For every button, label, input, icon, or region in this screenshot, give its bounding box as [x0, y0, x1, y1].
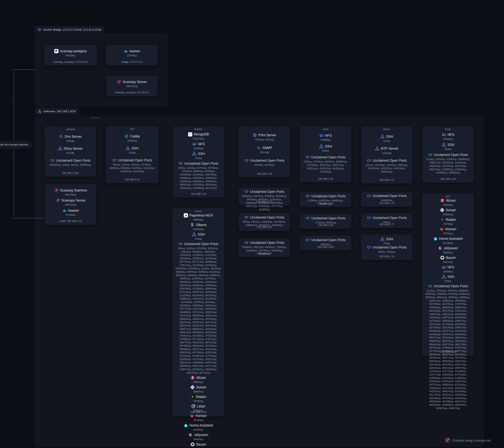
host-card-host-10[interactable]: SSH 22/tcp Unclaimed Open Ports 80/tcp, …: [361, 235, 412, 260]
host-card-patrick[interactable]: patrick Paperless-NGX 8000/tcp Ollama 11…: [173, 208, 224, 416]
service-nfs[interactable]: NFS 2049/tcp: [302, 133, 349, 142]
service-ssh[interactable]: SSH 22/tcp: [424, 275, 472, 283]
service-scanopy-postgres[interactable]: scanopy-postgres 5432/tcp: [46, 49, 95, 57]
host-card-bernie[interactable]: bernie SSH 22/tcp NTP Server 123/udp Unc…: [361, 127, 412, 183]
host-card-host-115[interactable]: Unclaimed Open Ports 6466/tcp, 6467/tcp,…: [239, 188, 290, 205]
service-ntp-server[interactable]: NTP Server 123/udp: [363, 147, 411, 155]
host-ip: 192.168.1.18: [173, 411, 224, 414]
service-paperless-ngx[interactable]: Paperless-NGX 8000/tcp: [174, 213, 222, 222]
service-ssh[interactable]: SSH 22/tcp: [363, 237, 411, 245]
service-dhcp-server[interactable]: Dhcp Server 67/udp: [46, 147, 94, 155]
host-card-host-127[interactable]: Unclaimed Open Ports 1716/tcp, 51692/tcp…: [300, 193, 351, 207]
host-ip: 192.168.1.70: [361, 202, 412, 205]
service-nfs[interactable]: NFS 2049/tcp: [424, 132, 472, 141]
host-ip: 192.168.1.10: [361, 255, 412, 258]
service-nfs[interactable]: NFS 2049/tcp: [175, 142, 222, 150]
host-card-scanopy-server-bridge[interactable]: S Scanopy Server 60072/tcp scanopy_scano…: [107, 76, 157, 96]
service-homarr[interactable]: Homarr 7575/tcp: [424, 227, 472, 235]
service-bazarr[interactable]: Bazarr 6767/tcp: [424, 256, 472, 264]
service-ports: 60073/tcp: [47, 193, 94, 197]
service-unclaimed-open-ports[interactable]: Unclaimed Open Ports 64660/tcp: [363, 194, 411, 202]
host-ip: bridge: 172.17.0.2: [106, 60, 158, 63]
service-scanopy-daemon[interactable]: S Scanopy Daemon 60073/tcp: [47, 188, 94, 197]
service-home-assistant[interactable]: Home Assistant 8123/tcp: [424, 237, 472, 245]
service-unclaimed-open-ports[interactable]: Unclaimed Open Ports 111/tcp, 4330/tcp, …: [424, 153, 472, 174]
host-card-host-70[interactable]: Unclaimed Open Ports 64660/tcp 192.168.1…: [361, 192, 412, 206]
service-ports: 22/tcp: [108, 151, 157, 154]
host-card-host-57[interactable]: Unclaimed Open Ports 3366/tcp, 3367/tcp,…: [239, 239, 290, 257]
service-caddy[interactable]: Caddy 2019/tcp: [108, 134, 157, 143]
host-card-krabs[interactable]: krabs NFS 2049/tcp SSH 22/tcp Unclaimed …: [423, 127, 473, 182]
service-wizarr[interactable]: Wizarr 5690/tcp: [174, 376, 222, 384]
docker-icon: [124, 49, 128, 53]
service-unclaimed-open-ports[interactable]: Unclaimed Open Ports 80/tcp, 111/tcp, 23…: [175, 161, 222, 190]
service-scanopy-server[interactable]: S Scanopy Server 60072/tcp: [47, 198, 94, 206]
service-ssh[interactable]: SSH 22/tcp: [302, 144, 349, 152]
service-hawser[interactable]: hawser 2376/tcp: [108, 49, 156, 57]
jellyseerr-icon: [188, 433, 192, 437]
service-unclaimed-open-ports[interactable]: Unclaimed Open Ports 6668/tcp: [302, 238, 349, 246]
service-homarr[interactable]: Homarr 7575/tcp: [174, 414, 222, 422]
service-unclaimed-open-ports[interactable]: Unclaimed Open Ports 1716/tcp, 9993/tcp: [302, 216, 349, 224]
service-nfs[interactable]: NFS 2049/tcp: [424, 265, 472, 273]
ethernet-icon: [244, 215, 249, 220]
service-ssh[interactable]: SSH 22/tcp: [363, 134, 411, 143]
scanopy-credit[interactable]: S Created using scanopy.net: [445, 437, 491, 444]
service-ssh[interactable]: SSH 22/tcp: [175, 152, 222, 160]
host-title: bob: [106, 128, 158, 130]
host-card-host-181[interactable]: Unclaimed Open Ports 6668/tcp 192.168.1.…: [300, 236, 351, 250]
bazarr-icon: [191, 442, 195, 447]
service-unclaimed-open-ports[interactable]: Unclaimed Open Ports 80/tcp, 443/tcp, 22…: [240, 215, 288, 227]
group-pill-unknown-network[interactable]: Unknown: 192.168.1.0/24: [35, 108, 79, 115]
service-unclaimed-open-ports[interactable]: Unclaimed Open Ports 111/tcp, 2376/tcp, …: [302, 155, 349, 173]
host-ip: 192.168.1.13: [422, 350, 474, 353]
service-unclaimed-open-ports[interactable]: Unclaimed Open Ports 60002/tcp, 53/tcp, …: [46, 158, 94, 167]
host-card-host-63[interactable]: Unclaimed Open Ports 1716/tcp, 9993/tcp …: [300, 214, 351, 228]
host-card-printer-host[interactable]: Print Server 515/tcp, 631/tcp SNMP 161/u…: [239, 127, 290, 177]
service-ollama[interactable]: Ollama 11434/tcp: [174, 223, 222, 231]
service-mongodb[interactable]: MongoDB 27017/tcp: [175, 132, 222, 140]
service-snmp[interactable]: SNMP 161/udp: [241, 146, 288, 154]
host-card-scanopy-postgres[interactable]: scanopy-postgres 5432/tcp scanopy_scanop…: [44, 45, 97, 65]
host-card-scanopy-daemon-host[interactable]: S Scanopy Daemon 60073/tcp S Scanopy Ser…: [46, 184, 96, 224]
host-card-gary[interactable]: gary Wizarr 5690/tcp Sonarr 8989/tcp Rad…: [422, 194, 474, 356]
service-unclaimed-open-ports[interactable]: Unclaimed Open Ports 80/tcp, 443/tcp, 22…: [174, 242, 222, 374]
service-unclaimed-open-ports[interactable]: Unclaimed Open Ports 443/tcp, 9100/tcp: [241, 158, 288, 167]
service-radarr[interactable]: Radarr 7878/tcp: [174, 395, 222, 403]
group-pill-docker-bridge[interactable]: Docker Bridge: (172.17.0.0/16, 172.31.0.…: [35, 26, 105, 33]
host-ip: 192.168.1.17: [361, 178, 412, 181]
service-jellyseerr[interactable]: Jellyseerr 5055/tcp: [174, 433, 222, 441]
service-ports: 8989/tcp: [424, 213, 472, 216]
service-sonarr[interactable]: Sonarr 8989/tcp: [424, 208, 472, 216]
service-unclaimed-open-ports[interactable]: Unclaimed Open Ports 111/tcp, 2376/tcp, …: [363, 158, 411, 173]
host-card-sandy[interactable]: sandy NFS 2049/tcp SSH 22/tcp Unclaimed …: [300, 127, 351, 182]
svg-text:S: S: [446, 439, 448, 442]
host-card-bob[interactable]: bob Caddy 2019/tcp SSH 22/tcp Unclaimed …: [106, 126, 158, 183]
service-ports: 22/tcp: [302, 149, 349, 152]
radarr-icon: [440, 218, 444, 222]
service-unclaimed-open-ports[interactable]: Unclaimed Open Ports 111/tcp, 2376/tcp, …: [424, 284, 472, 410]
service-scanopy-server[interactable]: S Scanopy Server 60072/tcp: [108, 80, 156, 88]
host-card-sheldon[interactable]: sheldon MongoDB 27017/tcp NFS 2049/tcp S…: [173, 127, 224, 197]
host-card-gateway[interactable]: _gateway Dns Server 53/udp Dhcp Server 6…: [45, 127, 96, 176]
service-unclaimed-open-ports[interactable]: Unclaimed Open Ports 80/tcp, 443/tcp: [363, 245, 411, 254]
service-ssh[interactable]: SSH 22/tcp: [108, 146, 157, 154]
service-bazarr[interactable]: Bazarr 6767/tcp: [174, 442, 222, 448]
service-print-server[interactable]: Print Server 515/tcp, 631/tcp: [241, 133, 288, 141]
host-card-host-62[interactable]: Unclaimed Open Ports 80/tcp, 443/tcp, 22…: [239, 213, 290, 231]
service-jellyseerr[interactable]: Jellyseerr 5055/tcp: [424, 246, 472, 254]
service-radarr[interactable]: Radarr 7878/tcp: [424, 218, 472, 226]
service-dns-server[interactable]: Dns Server 53/udp: [46, 134, 94, 143]
service-ssh[interactable]: SSH 22/tcp: [174, 232, 222, 241]
service-unclaimed-open-ports[interactable]: Unclaimed Open Ports 80/tcp: [363, 216, 411, 224]
service-ssh[interactable]: SSH 22/tcp: [424, 143, 472, 151]
service-unclaimed-open-ports[interactable]: Unclaimed Open Ports 80/tcp, 111/tcp, 44…: [108, 158, 157, 173]
service-hawser[interactable]: hawser 2376/tcp: [47, 208, 94, 217]
service-ports: 111/tcp, 4330/tcp, 5355/tcp, 36095/tcp, …: [424, 158, 472, 174]
service-home-assistant[interactable]: Home Assistant 8123/tcp: [174, 423, 222, 431]
host-card-host-77[interactable]: Unclaimed Open Ports 80/tcp 192.168.1.77: [361, 214, 412, 228]
host-card-hawser-bridge[interactable]: hawser 2376/tcp bridge: 172.17.0.2: [106, 45, 158, 65]
service-wizarr[interactable]: Wizarr 5690/tcp: [424, 198, 472, 207]
service-sonarr[interactable]: Sonarr 8989/tcp: [174, 385, 222, 393]
service-list: S Scanopy Daemon 60073/tcp S Scanopy Ser…: [46, 185, 96, 224]
